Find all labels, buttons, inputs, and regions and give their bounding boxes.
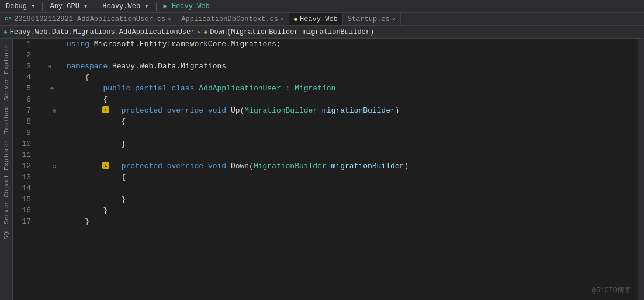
code-line-2: [48, 50, 638, 61]
main-layout: Server Explorer Toolbox SQL Server Objec…: [0, 39, 644, 300]
line-num-9: 9: [13, 127, 36, 138]
nav-right-path[interactable]: Down(MigrationBuilder migrationBuilder): [210, 28, 374, 36]
line-num-4: 4: [13, 72, 36, 83]
code-line-12: ⊖ i protected override void Down(Migrati…: [48, 161, 638, 172]
nav-right-icon: ◈: [204, 28, 208, 36]
tab-label: Heavy.Web: [300, 15, 338, 23]
toolbar-debug[interactable]: Debug ▾: [2, 2, 39, 11]
editor-area: 1 2 3 4 5 6 7 8 9 10 11 12 13 14 15 16 1…: [13, 39, 644, 300]
line-num-12: 12: [13, 161, 36, 172]
line-num-11: 11: [13, 149, 36, 161]
line-num-7: 7: [13, 105, 36, 116]
line-num-10: 10: [13, 138, 36, 149]
tab-label: 20190102112921_AddApplicationUser.cs: [14, 15, 165, 23]
code-line-6: {: [48, 94, 638, 105]
code-line-17: }: [48, 216, 638, 227]
scrollbar-v[interactable]: [638, 39, 644, 300]
sidebar-server-explorer[interactable]: Server Explorer: [2, 41, 11, 103]
code-line-8: {: [48, 116, 638, 127]
nav-left-path[interactable]: Heavy.Web.Data.Migrations.AddApplication…: [10, 28, 195, 36]
file-tabs-bar: cs 20190102112921_AddApplicationUser.cs …: [0, 13, 644, 26]
code-line-3: ⊖ namespace Heavy.Web.Data.Migrations: [48, 61, 638, 72]
code-line-4: {: [48, 72, 638, 83]
line-num-3: 3: [13, 61, 36, 72]
watermark: @51CTO博客: [592, 285, 631, 295]
fold-minus-7[interactable]: ⊖: [48, 107, 56, 114]
line-num-6: 6: [13, 94, 36, 105]
sidebar-toolbox[interactable]: Toolbox: [2, 104, 11, 136]
code-line-10: }: [48, 138, 638, 149]
line-num-13: 13: [13, 172, 36, 183]
file-tab-dbcontext[interactable]: ApplicationDbContext.cs ✕: [176, 13, 289, 25]
file-tab-startup[interactable]: Startup.cs ✕: [343, 13, 401, 25]
nav-separator: ▸: [197, 27, 201, 36]
line-num-2: 2: [13, 50, 36, 61]
tab-close[interactable]: ✕: [281, 16, 284, 23]
code-line-16: }: [48, 205, 638, 216]
line-num-5: 5: [13, 83, 36, 94]
line-num-15: 15: [13, 194, 36, 205]
tab-close[interactable]: ✕: [168, 16, 171, 23]
file-tab-addappuser[interactable]: cs 20190102112921_AddApplicationUser.cs …: [0, 13, 176, 25]
top-toolbar: Debug ▾ Any CPU ▾ Heavy.Web ▾ ▶ Heavy.We…: [0, 0, 644, 13]
code-line-15: }: [48, 194, 638, 205]
code-line-11: [48, 149, 638, 161]
run-button[interactable]: ▶ Heavy.Web: [160, 2, 213, 11]
tab-label: Startup.cs: [348, 15, 390, 23]
tab-label: ApplicationDbContext.cs: [181, 15, 278, 23]
tab-close[interactable]: ✕: [392, 16, 396, 23]
code-line-5: ⊖ public partial class AddApplicationUse…: [48, 83, 638, 94]
nav-left-icon: ◈: [4, 28, 8, 36]
line-num-1: 1: [13, 39, 36, 50]
code-line-9: [48, 127, 638, 138]
nav-bar: ◈ Heavy.Web.Data.Migrations.AddApplicati…: [0, 26, 644, 39]
fold-minus-12[interactable]: ⊖: [48, 163, 56, 170]
code-line-14: [48, 183, 638, 194]
line-num-8: 8: [13, 116, 36, 127]
fold-minus-3[interactable]: ⊖: [48, 63, 56, 70]
line-num-16: 16: [13, 205, 36, 216]
sidebar-sql-explorer[interactable]: SQL Server Object Explorer: [2, 137, 11, 242]
toolbar-cpu[interactable]: Any CPU ▾: [46, 2, 91, 11]
code-area: using Microsoft.EntityFrameworkCore.Migr…: [43, 39, 638, 300]
code-line-1: using Microsoft.EntityFrameworkCore.Migr…: [48, 39, 638, 50]
fold-minus-5[interactable]: ⊖: [48, 85, 56, 92]
tab-icon: cs: [5, 16, 12, 22]
code-line-13: {: [48, 172, 638, 183]
tab-modified-dot: [294, 18, 297, 21]
line-num-14: 14: [13, 183, 36, 194]
code-line-7: ⊖ i protected override void Up(Migration…: [48, 105, 638, 116]
left-sidebar: Server Explorer Toolbox SQL Server Objec…: [0, 39, 13, 300]
line-num-17: 17: [13, 216, 36, 227]
line-numbers: 1 2 3 4 5 6 7 8 9 10 11 12 13 14 15 16 1…: [13, 39, 43, 300]
file-tab-heavyweb[interactable]: Heavy.Web: [289, 13, 343, 25]
toolbar-project[interactable]: Heavy.Web ▾: [99, 2, 152, 11]
